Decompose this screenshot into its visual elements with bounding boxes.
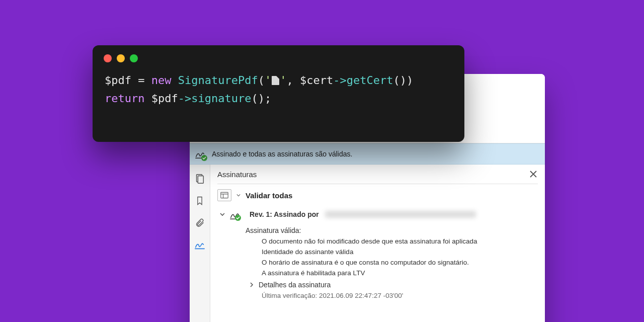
validate-all-button[interactable]	[217, 189, 231, 201]
signature-status-bar: Assinado e todas as assinaturas são váli…	[190, 143, 545, 165]
chevron-right-icon[interactable]	[249, 282, 255, 288]
svg-rect-2	[198, 176, 203, 184]
maximize-window-icon[interactable]	[130, 54, 138, 62]
revision-signature-icon	[229, 209, 239, 219]
sidebar-attachment-icon[interactable]	[194, 217, 206, 229]
code-token: =	[131, 74, 151, 87]
code-block: $pdf = new SignaturePdf('', $cert->getCe…	[93, 62, 464, 108]
sidebar-thumbnails-icon[interactable]	[194, 173, 206, 185]
code-token: new	[151, 74, 172, 87]
code-token: $pdf	[105, 74, 131, 87]
signature-detail-line: O documento não foi modificado desde que…	[262, 237, 538, 245]
panel-title: Assinaturas	[217, 170, 257, 179]
code-token: signature	[191, 92, 251, 105]
code-token: return	[105, 92, 144, 105]
code-token: ,	[286, 74, 300, 87]
signature-detail-line: A assinatura é habilitada para LTV	[262, 269, 538, 277]
svg-rect-3	[221, 192, 228, 198]
code-editor-window: $pdf = new SignaturePdf('', $cert->getCe…	[93, 45, 464, 142]
signer-name-redacted	[325, 211, 476, 218]
code-token: (	[258, 74, 265, 87]
code-token: SignaturePdf	[178, 74, 258, 87]
code-token: ->	[333, 74, 347, 87]
pdf-sidebar	[190, 165, 210, 322]
code-token: $cert	[300, 74, 333, 87]
code-token: ();	[251, 92, 271, 105]
signature-status-text: Assinado e todas as assinaturas são váli…	[212, 150, 352, 158]
signature-detail-line: O horário de assinatura é o que consta n…	[262, 259, 538, 266]
signature-detail-line: Identidade do assinante válida	[262, 248, 538, 256]
sidebar-bookmark-icon[interactable]	[194, 195, 206, 207]
validate-all-label: Validar todas	[246, 191, 292, 200]
signature-valid-icon	[195, 148, 206, 159]
signatures-panel: Assinaturas Validar todas	[210, 165, 545, 322]
code-token: '	[265, 74, 271, 87]
signature-valid-heading: Assinatura válida:	[246, 226, 538, 234]
window-traffic-lights	[93, 45, 464, 62]
close-window-icon[interactable]	[104, 54, 112, 62]
minimize-window-icon[interactable]	[117, 54, 125, 62]
validate-dropdown-caret-icon[interactable]	[236, 193, 240, 197]
validate-all-row: Validar todas	[210, 184, 545, 206]
code-token: $pdf	[151, 92, 178, 105]
chevron-down-icon[interactable]	[219, 211, 225, 217]
code-token: '	[280, 74, 286, 87]
pdf-body: Assinaturas Validar todas	[190, 165, 545, 322]
code-token	[144, 92, 151, 105]
code-token: ())	[393, 74, 413, 87]
signature-revision-block: Rev. 1: Assinado por Assinatura válida: …	[210, 206, 545, 299]
last-verification-text: Última verificação: 2021.06.09 22:47:27 …	[262, 292, 538, 299]
close-panel-button[interactable]	[529, 170, 538, 179]
revision-title: Rev. 1: Assinado por	[250, 210, 319, 218]
code-token: ->	[178, 92, 192, 105]
sidebar-signatures-icon[interactable]	[194, 239, 206, 251]
signature-details-label: Detalhes da assinatura	[259, 281, 331, 289]
file-icon	[272, 76, 279, 85]
code-token: getCert	[347, 74, 393, 87]
